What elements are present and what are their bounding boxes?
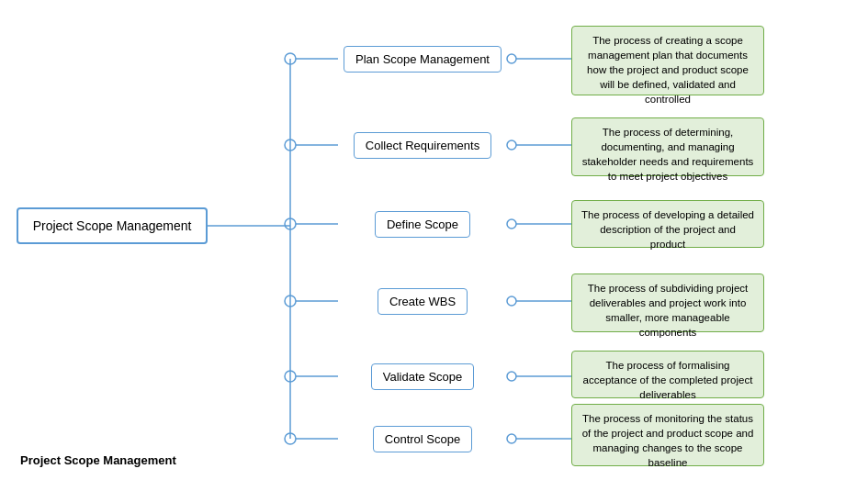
- child-node-plan: Plan Scope Management: [338, 42, 507, 75]
- root-label: Project Scope Management: [33, 218, 192, 233]
- child-box-control: Control Scope: [373, 426, 472, 452]
- child-node-control: Control Scope: [338, 422, 507, 455]
- diagram-container: Project Scope Management Plan Scope Mana…: [0, 0, 868, 480]
- caption: Project Scope Management: [20, 453, 176, 467]
- desc-box-collect: The process of determining, documenting,…: [571, 117, 764, 176]
- child-node-wbs: Create WBS: [338, 285, 507, 318]
- child-box-wbs: Create WBS: [378, 288, 468, 315]
- svg-point-16: [507, 296, 516, 306]
- svg-point-18: [285, 371, 296, 382]
- desc-box-validate: The process of formalising acceptance of…: [571, 351, 764, 398]
- svg-point-6: [285, 140, 296, 151]
- root-box: Project Scope Management: [17, 207, 209, 244]
- svg-point-8: [507, 140, 516, 150]
- child-node-define: Define Scope: [338, 207, 507, 240]
- root-node: Project Scope Management: [20, 206, 204, 246]
- child-box-plan: Plan Scope Management: [344, 46, 502, 73]
- svg-point-24: [507, 434, 516, 443]
- desc-box-define: The process of developing a detailed des…: [571, 200, 764, 248]
- svg-point-20: [507, 372, 516, 381]
- svg-point-4: [507, 54, 516, 63]
- svg-point-10: [285, 218, 296, 229]
- child-box-collect: Collect Requirements: [354, 132, 491, 159]
- desc-box-plan: The process of creating a scope manageme…: [571, 26, 764, 95]
- svg-point-2: [285, 53, 296, 64]
- svg-point-12: [507, 219, 516, 229]
- svg-point-22: [285, 433, 296, 444]
- child-box-validate: Validate Scope: [371, 363, 475, 390]
- child-box-define: Define Scope: [375, 211, 470, 238]
- child-node-validate: Validate Scope: [338, 360, 507, 393]
- child-node-collect: Collect Requirements: [338, 128, 507, 162]
- svg-point-14: [285, 296, 296, 307]
- desc-box-control: The process of monitoring the status of …: [571, 404, 764, 466]
- desc-box-wbs: The process of subdividing project deliv…: [571, 273, 764, 332]
